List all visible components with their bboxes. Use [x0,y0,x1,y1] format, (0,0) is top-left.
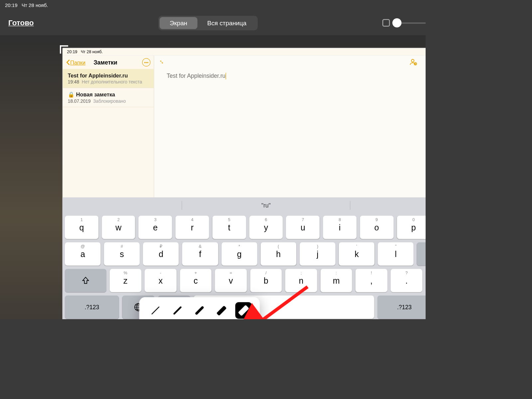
fullscreen-icon[interactable]: ↔ [157,57,167,67]
key-i[interactable]: 8i [323,216,356,239]
more-options-button[interactable]: ••• [142,58,151,66]
key-numeric-left[interactable]: .?123 [65,296,119,319]
annotation-arrow [237,283,312,319]
segment-screen[interactable]: Экран [160,17,197,29]
key-e[interactable]: 3e [139,216,172,239]
device-status-bar: 20:19 Чт 28 нояб. 95 % [0,0,426,11]
key-y[interactable]: 6y [249,216,283,239]
note-body-text[interactable]: Test for Appleinsider.ru [154,68,426,84]
thickness-option-1[interactable] [169,302,186,319]
lock-icon: 🔒 [68,91,74,98]
key-g[interactable]: *g [221,242,257,266]
key-x[interactable]: -x [145,269,177,292]
key-a[interactable]: @a [65,242,101,266]
key-shift-left[interactable] [65,269,106,292]
key-c[interactable]: +c [180,269,212,292]
suggestion-item[interactable]: "ru" [261,202,271,209]
markup-toolbar: Готово Экран Вся страница [0,11,426,35]
screenshot-mode-segment[interactable]: Экран Вся страница [159,16,258,30]
key-period[interactable]: ?. [391,269,423,292]
key-p[interactable]: 0p [397,216,426,239]
key-f[interactable]: &f [182,242,218,266]
key-u[interactable]: 7u [286,216,320,239]
key-t[interactable]: 5t [212,216,246,239]
key-s[interactable]: #s [104,242,140,266]
note-list-item[interactable]: 🔒Новая заметка 18.07.2019 Заблокировано [63,88,154,107]
collaborate-icon[interactable] [409,58,418,67]
status-date: Чт 28 нояб. [22,3,48,9]
note-list-item[interactable]: Test for Appleinsider.ru 19:48 Нет допол… [63,69,154,88]
thickness-option-2[interactable] [191,302,208,319]
key-l[interactable]: "l [378,242,414,266]
svg-line-25 [248,287,308,320]
key-k[interactable]: 'k [339,242,375,266]
delete-note-icon[interactable] [424,58,426,67]
key-m[interactable]: :m [320,269,352,292]
key-return[interactable]: return [417,242,426,266]
markup-opacity-slider[interactable] [382,19,426,27]
key-r[interactable]: 4r [176,216,209,239]
key-z[interactable]: %z [109,269,141,292]
thickness-option-0[interactable] [147,302,164,319]
keyboard-suggestion-bar[interactable]: "ru" [63,198,426,213]
inner-status-date: Чт 28 нояб. [81,50,103,54]
inner-status-bar: 20:19 Чт 28 нояб. 95 % [63,48,426,56]
key-j[interactable]: )j [300,242,335,266]
status-time: 20:19 [5,3,18,9]
text-cursor [225,73,226,79]
key-h[interactable]: (h [260,242,296,266]
opacity-low-icon [382,19,390,27]
key-comma[interactable]: !, [355,269,387,292]
notes-list-title: Заметки [69,59,142,66]
key-d[interactable]: ₽d [143,242,179,266]
key-w[interactable]: 2w [102,216,135,239]
key-numeric-right[interactable]: .?123 [377,296,426,319]
key-q[interactable]: 1q [65,216,98,239]
done-button[interactable]: Готово [8,19,34,27]
segment-fullpage[interactable]: Вся страница [197,17,256,29]
thickness-option-3[interactable] [213,302,230,319]
inner-status-time: 20:19 [67,50,77,54]
key-o[interactable]: 9o [360,216,393,239]
svg-point-4 [411,60,414,62]
